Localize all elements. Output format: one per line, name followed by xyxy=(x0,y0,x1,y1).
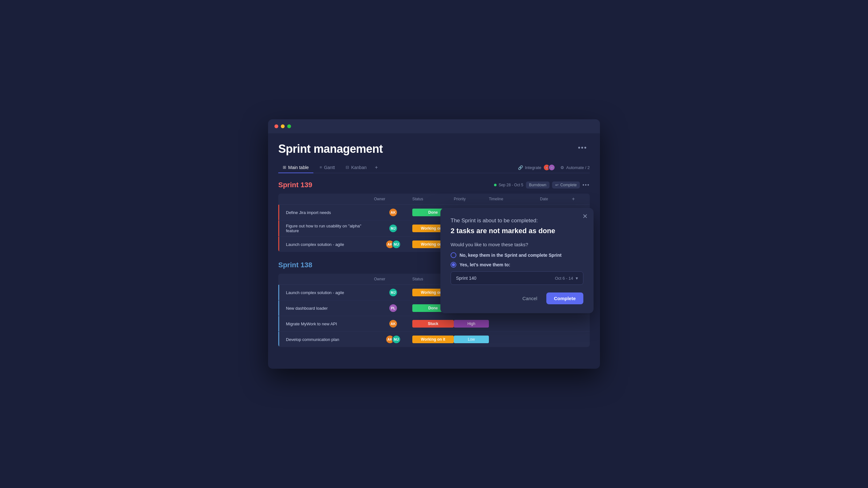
automate-label: Automate / 2 xyxy=(566,165,590,170)
main-content: Sprint management ••• ⊞ Main table ≡ Gan… xyxy=(268,133,600,369)
row-border xyxy=(278,300,279,316)
row-border xyxy=(278,220,279,236)
avatar: MJ xyxy=(389,224,398,233)
automate-button[interactable]: ⚙ Automate / 2 xyxy=(560,165,590,170)
maximize-button[interactable] xyxy=(287,124,291,128)
add-column-button[interactable]: + xyxy=(572,196,585,202)
col-priority: Priority xyxy=(454,196,489,202)
task-name: Launch complex solution - agile xyxy=(283,290,374,295)
minimize-button[interactable] xyxy=(281,124,285,128)
owner-cell: AK MJ xyxy=(374,240,412,249)
tab-main-table[interactable]: ⊞ Main table xyxy=(278,162,313,173)
avatar: MJ xyxy=(389,288,398,297)
avatar: MJ xyxy=(392,335,401,344)
radio-no-label: No, keep them in the Sprint and complete… xyxy=(460,253,562,258)
row-border xyxy=(278,205,279,220)
complete-label: Complete xyxy=(560,183,577,187)
close-button[interactable] xyxy=(274,124,278,128)
status-badge[interactable]: Working on it xyxy=(412,335,454,343)
chevron-down-icon: ▾ xyxy=(576,275,578,281)
radio-no[interactable] xyxy=(451,252,456,258)
tab-gantt[interactable]: ≡ Gantt xyxy=(315,162,340,173)
dialog-close-button[interactable]: ✕ xyxy=(582,213,588,220)
sprint-138-title: Sprint 138 xyxy=(278,261,312,269)
automate-icon: ⚙ xyxy=(560,165,564,170)
task-name: Figure out how to run usability on "alph… xyxy=(283,224,374,233)
owner-cell: MJ xyxy=(374,288,412,297)
sprint-selector-date: Oct 6 - 14 xyxy=(555,276,573,281)
tab-bar: ⊞ Main table ≡ Gantt ⊟ Kanban + 🔗 Integr… xyxy=(278,162,590,173)
status-badge[interactable]: Stuck xyxy=(412,320,454,328)
row-border xyxy=(278,332,279,347)
complete-icon: ↩ xyxy=(555,183,558,187)
complete-button[interactable]: Complete xyxy=(546,292,583,304)
task-name: Define Jira import needs xyxy=(283,210,374,215)
radio-option-no[interactable]: No, keep them in the Sprint and complete… xyxy=(451,252,583,258)
sprint-selector-name: Sprint 140 xyxy=(456,275,476,281)
col-date: Date xyxy=(540,196,572,202)
tab-main-table-label: Main table xyxy=(288,165,309,170)
col-timeline: Timeline xyxy=(489,196,540,202)
integrate-button[interactable]: 🔗 Integrate ● ● xyxy=(518,164,555,171)
col-owner: Owner xyxy=(374,276,412,282)
complete-sprint-dialog: ✕ The Sprint is about to be completed: 2… xyxy=(440,208,594,313)
table-icon: ⊞ xyxy=(283,165,286,170)
sprint-139-more[interactable]: ••• xyxy=(582,182,590,188)
burndown-button[interactable]: Burndown xyxy=(526,182,550,189)
tab-kanban[interactable]: ⊟ Kanban xyxy=(341,162,371,173)
task-name: Launch complex solution - agile xyxy=(283,242,374,247)
dialog-actions: Cancel Complete xyxy=(451,292,583,304)
add-tab-button[interactable]: + xyxy=(373,162,380,173)
radio-option-yes[interactable]: Yes, let's move them to: xyxy=(451,262,583,268)
avatar: AK xyxy=(389,208,398,217)
sprint-139-meta: Sep 28 - Oct 5 Burndown ↩ Complete ••• xyxy=(494,182,590,189)
status-cell: Working on it xyxy=(412,335,454,343)
app-title: Sprint management xyxy=(278,142,383,156)
col-name xyxy=(283,276,374,282)
priority-badge[interactable]: Low xyxy=(454,335,489,343)
owner-cell: AK xyxy=(374,319,412,328)
sprint-139-title: Sprint 139 xyxy=(278,181,312,189)
dialog-title: 2 tasks are not marked as done xyxy=(451,226,583,236)
table-row: Develop communication plan AK MJ Working… xyxy=(278,332,590,347)
radio-yes[interactable] xyxy=(451,262,456,268)
avatar-group: AK MJ xyxy=(385,335,401,344)
status-cell: Stuck xyxy=(412,320,454,328)
sprint-139-header: Sprint 139 Sep 28 - Oct 5 Burndown ↩ Com… xyxy=(278,181,590,189)
radio-yes-label: Yes, let's move them to: xyxy=(460,262,510,267)
integrate-icon: 🔗 xyxy=(518,165,523,170)
integration-avatar-2: ● xyxy=(548,164,555,171)
titlebar xyxy=(268,119,600,133)
row-border xyxy=(278,285,279,300)
priority-cell: Low xyxy=(454,335,489,343)
avatar: AK xyxy=(389,319,398,328)
kanban-icon: ⊟ xyxy=(346,165,349,170)
sprint-139-date-label: Sep 28 - Oct 5 xyxy=(498,183,523,187)
active-dot xyxy=(494,184,497,186)
row-border xyxy=(278,237,279,252)
owner-cell: AK MJ xyxy=(374,335,412,344)
tab-actions: 🔗 Integrate ● ● ⚙ Automate / 2 xyxy=(518,164,590,171)
avatar: MJ xyxy=(392,240,401,249)
sprint-139-date: Sep 28 - Oct 5 xyxy=(494,183,523,187)
priority-badge[interactable]: High xyxy=(454,320,489,328)
complete-sprint-button[interactable]: ↩ Complete xyxy=(552,182,580,189)
col-owner: Owner xyxy=(374,196,412,202)
col-name xyxy=(283,196,374,202)
integration-avatars: ● ● xyxy=(543,164,555,171)
cancel-button[interactable]: Cancel xyxy=(517,293,542,304)
app-window: Sprint management ••• ⊞ Main table ≡ Gan… xyxy=(268,119,600,369)
tab-gantt-label: Gantt xyxy=(324,165,335,170)
avatar: PL xyxy=(389,304,398,313)
sprint-selector-dropdown[interactable]: Sprint 140 Oct 6 - 14 ▾ xyxy=(451,271,583,285)
more-options-button[interactable]: ••• xyxy=(576,142,590,153)
owner-cell: MJ xyxy=(374,224,412,233)
sprint-selector-right: Oct 6 - 14 ▾ xyxy=(555,275,578,281)
owner-cell: PL xyxy=(374,304,412,313)
col-status: Status xyxy=(412,196,454,202)
dialog-subtitle: The Sprint is about to be completed: xyxy=(451,217,583,225)
task-name: New dashboard loader xyxy=(283,306,374,311)
priority-cell: High xyxy=(454,320,489,328)
integrate-label: Integrate xyxy=(525,165,541,170)
task-name: Migrate MyWork to new API xyxy=(283,322,374,326)
